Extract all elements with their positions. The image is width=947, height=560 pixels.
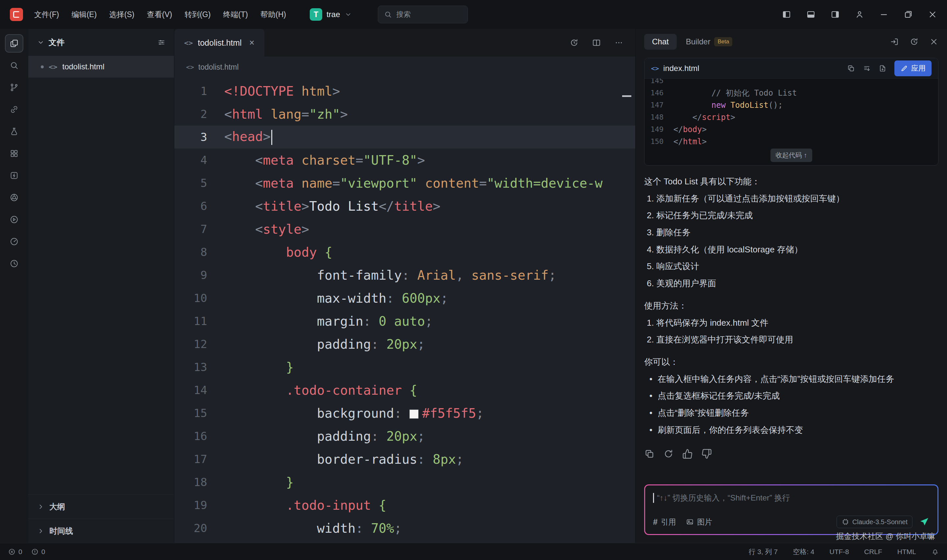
performance-icon[interactable] — [5, 232, 23, 251]
model-selector[interactable]: Claude-3.5-Sonnet — [836, 515, 913, 528]
workspace-switcher[interactable]: T trae — [306, 6, 356, 23]
chat-history-icon[interactable] — [910, 37, 919, 46]
warnings-count[interactable]: 0 — [31, 548, 45, 556]
toggle-right-sidebar-icon[interactable] — [831, 10, 840, 19]
code-line: 20 width: 70%; — [174, 517, 635, 540]
assistant-header: Chat Builder Beta — [636, 29, 947, 55]
ai-assistant-panel: Chat Builder Beta <> index.html — [635, 29, 947, 543]
cando-item: 点击“删除”按钮删除任务 — [647, 407, 938, 419]
copy-code-icon[interactable] — [847, 65, 855, 72]
menu-item[interactable]: 终端(T) — [223, 9, 248, 20]
outline-section[interactable]: 大纲 — [28, 494, 174, 518]
app-logo-icon[interactable] — [10, 8, 23, 21]
snippet-filename: index.html — [663, 64, 699, 73]
regenerate-icon[interactable] — [663, 449, 674, 459]
close-button[interactable] — [928, 10, 937, 19]
code-line: 147 new TodoList(); — [645, 99, 938, 111]
text-caret — [653, 493, 654, 503]
line-number: 8 — [174, 246, 224, 258]
menu-item[interactable]: 文件(F) — [34, 9, 59, 20]
problems-indicator[interactable]: 0 0 — [8, 548, 45, 556]
line-number: 149 — [645, 125, 673, 134]
code-line: 148 </script> — [645, 111, 938, 123]
model-chip-icon — [841, 518, 849, 526]
remote-link-icon[interactable] — [5, 100, 23, 118]
overview-ruler-mark — [622, 95, 631, 97]
filter-icon[interactable] — [157, 38, 165, 46]
account-icon[interactable] — [855, 10, 864, 19]
line-number: 1 — [174, 85, 224, 98]
copy-message-icon[interactable] — [644, 449, 655, 459]
cando-item: 点击复选框标记任务完成/未完成 — [647, 390, 938, 402]
timeline-section[interactable]: 时间线 — [28, 518, 174, 543]
search-icon — [384, 11, 392, 18]
apply-code-button[interactable]: 应用 — [895, 60, 932, 76]
notifications-bell-icon[interactable] — [931, 548, 939, 556]
code-line: 149</body> — [645, 123, 938, 135]
line-number: 7 — [174, 223, 224, 235]
code-line: 15 background: #f5f5f5; — [174, 402, 635, 425]
chat-input-card: “↑↓” 切换历史输入，“Shift+Enter” 换行 # 引用 图片 — [644, 485, 938, 535]
menu-item[interactable]: 编辑(E) — [71, 9, 97, 20]
feature-item: 5. 响应式设计 — [647, 260, 938, 273]
toggle-panel-icon[interactable] — [806, 10, 816, 19]
tab-chat[interactable]: Chat — [644, 34, 677, 50]
search-sidebar-icon[interactable] — [5, 56, 23, 75]
maximize-button[interactable] — [904, 10, 913, 19]
thumbs-down-icon[interactable] — [701, 449, 712, 459]
eol-sequence[interactable]: CRLF — [864, 548, 882, 556]
file-item-todolist[interactable]: <> todolist.html — [28, 56, 174, 78]
html-file-icon: <> — [49, 63, 57, 71]
close-panel-icon[interactable] — [929, 37, 938, 46]
menu-bar: 文件(F)编辑(E)选择(S)查看(V)转到(G)终端(T)帮助(H) — [34, 9, 286, 20]
collapse-code-button[interactable]: 收起代码 ↑ — [770, 149, 813, 162]
activity-bar — [0, 29, 28, 543]
thumbs-up-icon[interactable] — [682, 449, 693, 459]
source-control-icon[interactable] — [5, 78, 23, 97]
indentation[interactable]: 空格: 4 — [793, 547, 814, 556]
run-debug-icon[interactable] — [5, 210, 23, 229]
tab-builder[interactable]: Builder Beta — [686, 37, 733, 46]
language-mode[interactable]: HTML — [897, 548, 916, 556]
encoding[interactable]: UTF-8 — [829, 548, 849, 556]
timeline-clock-icon[interactable] — [5, 254, 23, 273]
menu-item[interactable]: 帮助(H) — [260, 9, 286, 20]
titlebar: 文件(F)编辑(E)选择(S)查看(V)转到(G)终端(T)帮助(H) T tr… — [0, 0, 947, 29]
menu-item[interactable]: 查看(V) — [147, 9, 172, 20]
create-file-icon[interactable] — [879, 65, 887, 72]
explorer-empty-space — [28, 78, 174, 494]
quote-button[interactable]: # 引用 — [653, 517, 676, 527]
code-line: 19 .todo-input { — [174, 494, 635, 517]
image-button[interactable]: 图片 — [686, 517, 712, 527]
browser-icon[interactable] — [5, 188, 23, 207]
code-line: 13 } — [174, 355, 635, 378]
tab-todolist[interactable]: <> todolist.html × — [174, 29, 264, 57]
global-search[interactable]: 搜索 — [378, 6, 468, 23]
test-flask-icon[interactable] — [5, 122, 23, 141]
explorer-icon[interactable] — [5, 34, 23, 52]
menu-item[interactable]: 选择(S) — [109, 9, 134, 20]
usage-item: 2. 直接在浏览器中打开该文件即可使用 — [647, 334, 938, 346]
chevron-right-icon — [37, 527, 45, 535]
ai-plugin-icon[interactable] — [5, 166, 23, 185]
history-icon[interactable] — [570, 38, 579, 47]
extensions-grid-icon[interactable] — [5, 144, 23, 163]
breadcrumb[interactable]: <> todolist.html — [174, 57, 635, 78]
editor-caret — [271, 130, 272, 145]
menu-item[interactable]: 转到(G) — [185, 9, 211, 20]
send-icon[interactable] — [919, 517, 930, 527]
minimize-button[interactable] — [879, 10, 888, 19]
split-editor-icon[interactable] — [592, 38, 601, 47]
snippet-tools: 应用 — [847, 60, 932, 76]
code-editor[interactable]: 1<!DOCTYPE html>2<html lang="zh">3<head>… — [174, 78, 635, 543]
errors-count[interactable]: 0 — [8, 548, 22, 556]
workspace-avatar: T — [310, 8, 322, 21]
toggle-left-sidebar-icon[interactable] — [782, 10, 791, 19]
tab-close-icon[interactable]: × — [249, 38, 254, 47]
insert-code-icon[interactable] — [863, 65, 871, 72]
cursor-position[interactable]: 行 3, 列 7 — [748, 547, 778, 556]
chat-input[interactable]: “↑↓” 切换历史输入，“Shift+Enter” 换行 # 引用 图片 — [645, 485, 938, 534]
more-actions-icon[interactable] — [614, 38, 624, 47]
explorer-header[interactable]: 文件 — [28, 29, 174, 56]
open-in-editor-icon[interactable] — [890, 37, 899, 46]
